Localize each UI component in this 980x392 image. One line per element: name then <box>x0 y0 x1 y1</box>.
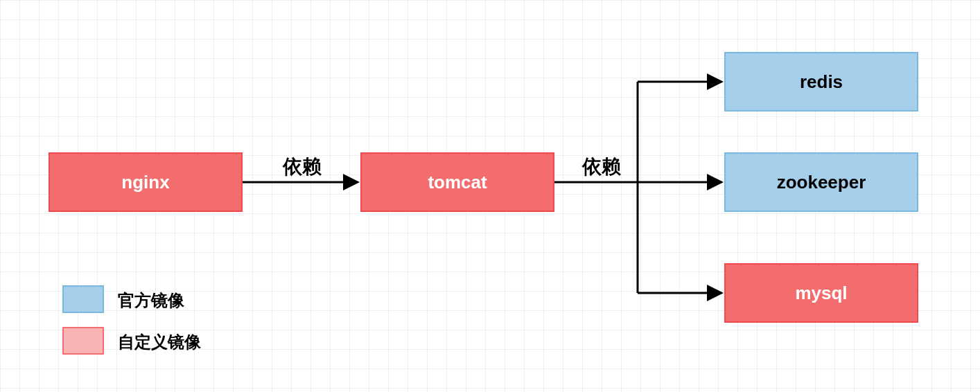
node-nginx-label: nginx <box>121 172 169 193</box>
node-zookeeper-label: zookeeper <box>777 172 866 193</box>
legend-swatch-official <box>62 285 104 313</box>
node-zookeeper: zookeeper <box>724 152 918 212</box>
legend-swatch-custom <box>62 327 104 355</box>
edge-label-nginx-tomcat: 依赖 <box>283 154 322 180</box>
node-mysql: mysql <box>724 263 918 323</box>
node-nginx: nginx <box>49 152 243 212</box>
node-tomcat-label: tomcat <box>428 172 487 193</box>
node-redis: redis <box>724 52 918 112</box>
edge-label-tomcat-services: 依赖 <box>582 154 621 180</box>
node-mysql-label: mysql <box>795 283 847 304</box>
node-tomcat: tomcat <box>360 152 554 212</box>
legend-label-custom: 自定义镜像 <box>118 331 201 353</box>
node-redis-label: redis <box>800 71 843 93</box>
legend-label-official: 官方镜像 <box>118 289 184 312</box>
